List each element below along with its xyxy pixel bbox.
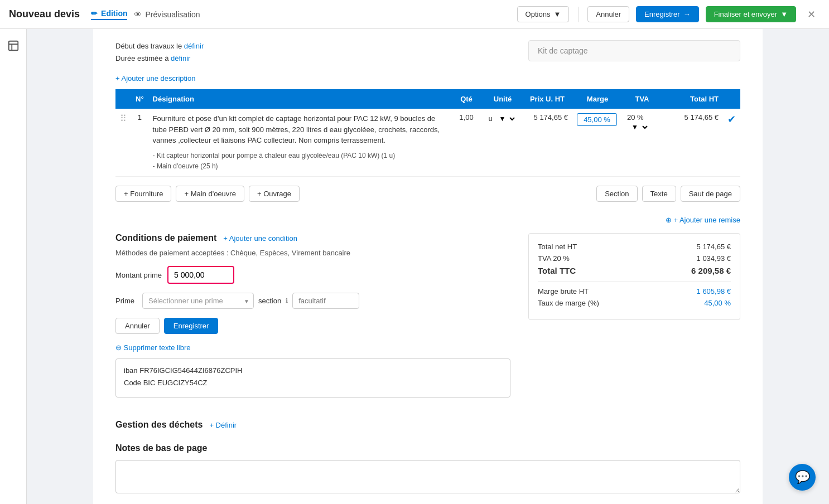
payment-methods: Méthodes de paiement acceptées : Chèque,…	[115, 249, 510, 257]
col-prix: Prix U. HT	[522, 89, 572, 109]
sidebar-book-icon[interactable]	[3, 36, 23, 56]
col-tva: TVA	[623, 89, 662, 109]
add-description-link[interactable]: + Ajouter une description	[115, 74, 195, 83]
row-check: ✔	[723, 109, 740, 176]
chat-button[interactable]: 💬	[789, 464, 816, 491]
table-row: ⠿ 1 Fourniture et pose d'un kit complet …	[115, 109, 740, 176]
iban-box: iban FR76IGCIG54644ZI6876ZCPIH Code BIC …	[115, 358, 510, 398]
montant-row: Montant prime	[115, 266, 510, 284]
save-button[interactable]: Enregistrer →	[636, 6, 699, 22]
chevron-down-icon: ▼	[553, 10, 561, 18]
finalize-button[interactable]: Finaliser et envoyer ▼	[706, 6, 796, 22]
section-input[interactable]	[292, 293, 359, 309]
tva-row: TVA 20 % 1 034,93 €	[538, 254, 731, 263]
marge-brute-row: Marge brute HT 1 605,98 €	[538, 281, 731, 295]
table-header-row: N° Désignation Qté Unité Prix U. HT Marg…	[115, 89, 740, 109]
totals-box: Total net HT 5 174,65 € TVA 20 % 1 034,9…	[528, 233, 740, 406]
add-remise-link[interactable]: ⊕ + Ajouter une remise	[666, 216, 740, 224]
cancel-button[interactable]: Annuler	[587, 6, 629, 22]
col-unit: Unité	[483, 89, 522, 109]
layout: Début des travaux le définir Durée estim…	[0, 29, 829, 504]
total-net-ht-row: Total net HT 5 174,65 €	[538, 243, 731, 251]
unit-select[interactable]: ▼	[494, 113, 517, 124]
divider	[578, 7, 579, 22]
duration-row: Durée estimée à définir	[115, 52, 204, 65]
payment-left: Conditions de paiement + Ajouter une con…	[115, 233, 510, 406]
duration-link[interactable]: définir	[171, 54, 190, 62]
add-ouvrage-button[interactable]: + Ouvrage	[249, 186, 300, 202]
tab-preview[interactable]: 👁 Prévisualisation	[134, 10, 200, 19]
header-left: Début des travaux le définir Durée estim…	[115, 40, 204, 65]
saut-page-button[interactable]: Saut de page	[681, 186, 740, 202]
prime-select[interactable]: Sélectionner une prime	[142, 293, 254, 309]
pencil-icon: ✏	[91, 9, 98, 18]
page-title: Nouveau devis	[9, 8, 80, 20]
topbar: Nouveau devis ✏ Edition 👁 Prévisualisati…	[0, 0, 829, 29]
plus-icon: ⊕	[666, 216, 674, 224]
tva-select[interactable]: ▼	[627, 122, 649, 133]
row-description: Fourniture et pose d'un kit complet de c…	[148, 109, 450, 176]
start-date-link[interactable]: définir	[184, 42, 204, 50]
chat-icon: 💬	[795, 470, 810, 484]
content-area: Début des travaux le définir Durée estim…	[93, 29, 763, 504]
total-net-ht-label: Total net HT	[538, 243, 577, 251]
row-qty: 1,00	[450, 109, 483, 176]
add-condition-link[interactable]: + Ajouter une condition	[223, 234, 297, 243]
prime-select-wrap: Sélectionner une prime	[142, 293, 254, 309]
eye-icon: 👁	[134, 10, 142, 19]
total-ttc-label: Total TTC	[538, 266, 576, 275]
marge-input[interactable]	[577, 113, 617, 126]
row-num: 1	[131, 109, 148, 176]
close-button[interactable]: ✕	[803, 6, 820, 23]
remove-text-link[interactable]: ⊖ Supprimer texte libre	[115, 343, 191, 352]
start-date-row: Début des travaux le définir	[115, 40, 204, 52]
header-info: Début des travaux le définir Durée estim…	[115, 40, 740, 65]
total-net-ht-value: 5 174,65 €	[697, 243, 731, 251]
col-marge: Marge	[572, 89, 623, 109]
payment-cancel-button[interactable]: Annuler	[115, 318, 160, 334]
marge-brute-label: Marge brute HT	[538, 287, 589, 295]
col-designation: Désignation	[148, 89, 450, 109]
drag-cell[interactable]: ⠿	[115, 109, 131, 176]
add-fourniture-button[interactable]: + Fourniture	[115, 186, 171, 202]
sidebar	[0, 29, 27, 504]
col-qty: Qté	[450, 89, 483, 109]
montant-input[interactable]	[167, 266, 234, 284]
payment-header: Conditions de paiement + Ajouter une con…	[115, 233, 510, 243]
action-right: Section Texte Saut de page	[596, 186, 740, 202]
montant-label: Montant prime	[115, 271, 162, 279]
notes-title: Notes de bas de page	[115, 443, 740, 453]
iban-line1: iban FR76IGCIG54644ZI6876ZCPIH	[124, 365, 502, 377]
kit-box: Kit de captage	[528, 40, 740, 61]
payment-save-button[interactable]: Enregistrer	[164, 318, 219, 334]
check-circle-icon[interactable]: ✔	[727, 114, 736, 125]
totals-box-inner: Total net HT 5 174,65 € TVA 20 % 1 034,9…	[528, 233, 740, 320]
tva-label: TVA 20 %	[538, 254, 570, 263]
notes-section: Notes de bas de page	[115, 443, 740, 495]
payment-title: Conditions de paiement	[115, 233, 216, 243]
tab-edition[interactable]: ✏ Edition	[91, 9, 127, 20]
prime-row: Prime Sélectionner une prime section ℹ	[115, 293, 510, 309]
drag-handle-icon[interactable]: ⠿	[120, 114, 127, 123]
gestion-dechets-link[interactable]: + Définir	[209, 421, 237, 429]
total-ttc-value: 6 209,58 €	[691, 266, 731, 275]
options-button[interactable]: Options ▼	[517, 6, 570, 22]
taux-marge-value: 45,00 %	[704, 299, 731, 307]
notes-input[interactable]	[115, 460, 740, 493]
iban-line2: Code BIC EUGCIZY54CZ	[124, 377, 502, 389]
taux-marge-row: Taux de marge (%) 45,00 %	[538, 299, 731, 307]
action-row: + Fourniture + Main d'oeuvre + Ouvrage S…	[115, 186, 740, 202]
row-total-ht: 5 174,65 €	[662, 109, 723, 176]
svg-rect-0	[8, 41, 18, 51]
texte-button[interactable]: Texte	[642, 186, 676, 202]
devis-table: N° Désignation Qté Unité Prix U. HT Marg…	[115, 89, 740, 177]
add-main-oeuvre-button[interactable]: + Main d'oeuvre	[176, 186, 244, 202]
section-label: section	[258, 297, 281, 305]
tva-value: 1 034,93 €	[697, 254, 731, 263]
section-button[interactable]: Section	[596, 186, 637, 202]
marge-brute-value: 1 605,98 €	[697, 287, 731, 295]
add-remise-row: ⊕ + Ajouter une remise	[115, 215, 740, 224]
row-unit: u ▼	[483, 109, 522, 176]
col-num: N°	[131, 89, 148, 109]
row-marge	[572, 109, 623, 176]
